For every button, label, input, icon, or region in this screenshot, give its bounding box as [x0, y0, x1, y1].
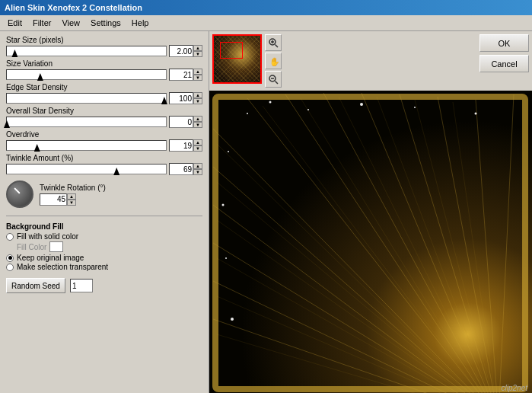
radio-fill-solid[interactable]: Fill with solid color — [6, 232, 202, 241]
twinkle-rotation-label: Twinkle Rotation (°) — [40, 184, 106, 192]
svg-point-41 — [414, 107, 416, 108]
size-variation-row: Size Variation ▲ ▼ — [6, 59, 202, 81]
divider-1 — [6, 216, 202, 216]
radio-keep-original-label: Keep original image — [17, 254, 84, 262]
bg-fill-title: Background Fill — [6, 222, 202, 231]
edge-density-row: Edge Star Density ▲ ▼ — [6, 83, 202, 104]
radio-keep-original[interactable]: Keep original image — [6, 254, 202, 262]
ok-button[interactable]: OK — [479, 34, 529, 52]
overall-density-slider[interactable] — [6, 117, 167, 127]
star-size-label: Star Size (pixels) — [6, 36, 202, 44]
size-variation-label: Size Variation — [6, 59, 202, 68]
twinkle-amount-slider[interactable] — [6, 164, 167, 174]
menu-filter[interactable]: Filter — [28, 17, 56, 29]
star-size-down[interactable]: ▼ — [193, 51, 202, 57]
twinkle-amount-label: Twinkle Amount (%) — [6, 154, 202, 162]
twinkle-rotation-down[interactable]: ▼ — [67, 200, 76, 206]
overdrive-row: Overdrive ▲ ▼ — [6, 130, 202, 152]
radio-make-transparent[interactable]: Make selection transparent — [6, 263, 202, 271]
svg-line-1 — [276, 45, 279, 48]
star-size-row: Star Size (pixels) ▲ ▼ — [6, 36, 202, 57]
fill-color-row: Fill Color — [17, 241, 202, 252]
twinkle-rotation-input[interactable] — [40, 193, 67, 206]
edge-density-input[interactable] — [169, 92, 193, 104]
size-variation-input[interactable] — [169, 69, 193, 81]
overall-density-up[interactable]: ▲ — [193, 116, 202, 122]
svg-point-40 — [360, 103, 363, 106]
twinkle-rotation-row: Twinkle Rotation (°) ▲ ▼ — [6, 181, 202, 208]
size-variation-up[interactable]: ▲ — [193, 69, 202, 75]
twinkle-rotation-up[interactable]: ▲ — [67, 193, 76, 200]
menu-view[interactable]: View — [57, 17, 84, 29]
overall-density-down[interactable]: ▼ — [193, 122, 202, 128]
thumb-tools: ✋ — [265, 34, 282, 88]
svg-point-37 — [247, 113, 248, 114]
left-panel: Star Size (pixels) ▲ ▼ Size Variation — [0, 31, 209, 393]
size-variation-slider[interactable] — [6, 69, 167, 80]
menu-edit[interactable]: Edit — [3, 17, 27, 29]
watermark: clip2net — [502, 384, 527, 392]
zoom-in-button[interactable] — [265, 34, 282, 51]
window-title: Alien Skin Xenofex 2 Constellation — [5, 3, 142, 12]
cancel-button[interactable]: Cancel — [479, 55, 529, 72]
overall-density-input[interactable] — [169, 116, 193, 128]
edge-density-slider[interactable] — [6, 93, 167, 104]
overall-density-label: Overall Star Density — [6, 107, 202, 115]
radio-make-transparent-label: Make selection transparent — [17, 263, 108, 271]
svg-point-39 — [307, 109, 309, 110]
radio-keep-original-btn[interactable] — [6, 254, 14, 262]
radio-fill-solid-label: Fill with solid color — [17, 232, 78, 241]
overdrive-label: Overdrive — [6, 130, 202, 139]
star-size-slider[interactable] — [6, 46, 167, 56]
preview-canvas — [209, 91, 532, 393]
star-size-up[interactable]: ▲ — [193, 45, 202, 51]
random-seed-row: Random Seed — [6, 278, 202, 293]
right-panel: ✋ OK Cancel — [209, 31, 532, 393]
overdrive-slider[interactable] — [6, 140, 167, 151]
svg-point-46 — [231, 318, 234, 321]
svg-point-38 — [269, 101, 272, 104]
edge-density-label: Edge Star Density — [6, 83, 202, 91]
twinkle-rotation-knob[interactable] — [6, 181, 33, 208]
svg-point-45 — [225, 257, 227, 259]
edge-density-up[interactable]: ▲ — [193, 92, 202, 98]
random-seed-button[interactable]: Random Seed — [6, 278, 65, 293]
random-seed-input[interactable] — [70, 279, 93, 292]
twinkle-amount-input[interactable] — [169, 163, 193, 175]
radio-make-transparent-btn[interactable] — [6, 264, 14, 271]
star-size-input[interactable] — [169, 45, 193, 57]
fill-color-label: Fill Color — [17, 243, 46, 251]
background-fill-section: Background Fill Fill with solid color Fi… — [6, 222, 202, 272]
overdrive-input[interactable] — [169, 139, 193, 152]
title-bar: Alien Skin Xenofex 2 Constellation — [0, 0, 532, 15]
twinkle-amount-up[interactable]: ▲ — [193, 163, 202, 169]
zoom-out-button[interactable] — [265, 71, 282, 88]
size-variation-down[interactable]: ▼ — [193, 75, 202, 81]
twinkle-amount-row: Twinkle Amount (%) ▲ ▼ — [6, 154, 202, 175]
svg-line-6 — [276, 81, 279, 85]
menu-bar: Edit Filter View Settings Help — [0, 15, 532, 31]
overdrive-up[interactable]: ▲ — [193, 139, 202, 145]
svg-point-44 — [222, 204, 225, 206]
ok-cancel-buttons: OK Cancel — [479, 34, 529, 72]
menu-help[interactable]: Help — [127, 17, 154, 29]
menu-settings[interactable]: Settings — [86, 17, 126, 29]
twinkle-amount-down[interactable]: ▼ — [193, 169, 202, 175]
overall-density-row: Overall Star Density ▲ ▼ — [6, 107, 202, 128]
constellation-svg — [209, 91, 532, 393]
overdrive-down[interactable]: ▼ — [193, 145, 202, 152]
fill-color-swatch[interactable] — [49, 241, 63, 252]
hand-tool-button[interactable]: ✋ — [265, 53, 282, 69]
preview-thumbnail — [212, 34, 262, 84]
svg-text:✋: ✋ — [269, 56, 279, 66]
radio-fill-solid-btn[interactable] — [6, 233, 14, 241]
svg-point-42 — [475, 113, 477, 115]
edge-density-down[interactable]: ▼ — [193, 98, 202, 104]
svg-rect-8 — [209, 91, 532, 393]
right-top-bar: ✋ OK Cancel — [209, 31, 532, 91]
svg-point-43 — [228, 151, 229, 152]
preview-main — [209, 91, 532, 393]
preview-red-rect — [220, 42, 243, 59]
